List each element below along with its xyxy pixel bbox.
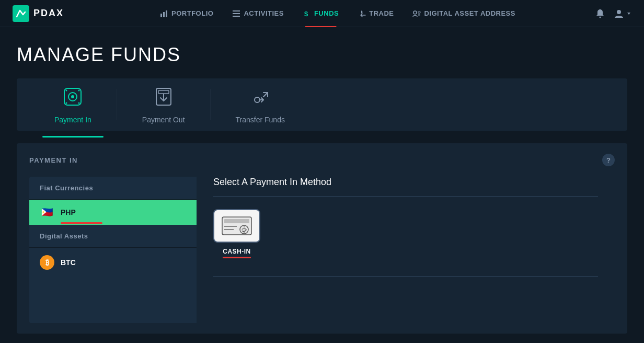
- svg-rect-0: [13, 5, 29, 22]
- tab-transfer-funds-label: Transfer Funds: [236, 116, 285, 124]
- notification-button[interactable]: [595, 8, 605, 19]
- payment-body: Fiat Currencies 🇵🇭 PHP Digital Assets ₿ …: [29, 177, 615, 323]
- dollar-icon: $: [303, 9, 311, 18]
- tab-payment-in[interactable]: Payment In: [29, 77, 117, 132]
- svg-rect-3: [166, 10, 167, 17]
- svg-point-18: [78, 90, 80, 92]
- currency-sidebar: Fiat Currencies 🇵🇭 PHP Digital Assets ₿ …: [29, 177, 197, 323]
- section-header: PAYMENT IN ?: [29, 154, 615, 166]
- user-menu[interactable]: [614, 8, 631, 19]
- tabs-container: Payment In Payment Out: [17, 78, 627, 131]
- transfer-icon: [249, 85, 272, 111]
- tab-payment-in-label: Payment In: [54, 116, 91, 124]
- svg-point-16: [71, 95, 74, 98]
- svg-text:$: $: [304, 10, 308, 18]
- payment-section: PAYMENT IN ? Fiat Currencies 🇵🇭 PHP Digi…: [17, 143, 627, 334]
- svg-rect-6: [233, 16, 240, 17]
- svg-rect-2: [163, 12, 165, 17]
- svg-point-17: [66, 90, 67, 92]
- svg-rect-9: [418, 12, 420, 13]
- tab-payment-out-label: Payment Out: [142, 116, 185, 124]
- nav-funds[interactable]: $ FUNDS: [294, 0, 347, 27]
- bottom-divider: [213, 276, 598, 277]
- svg-rect-26: [224, 219, 249, 223]
- currency-item-btc[interactable]: ₿ BTC: [29, 248, 197, 277]
- nav-activities[interactable]: ACTIVITIES: [224, 0, 292, 27]
- chart-icon: [160, 9, 168, 18]
- digital-assets-category: Digital Assets: [29, 225, 197, 248]
- payment-out-icon: [152, 85, 175, 111]
- nav-digital-asset-address[interactable]: DIGITAL ASSET ADDRESS: [404, 0, 523, 27]
- php-flag-icon: 🇵🇭: [40, 207, 54, 218]
- svg-point-19: [66, 102, 67, 104]
- fiat-currencies-category: Fiat Currencies: [29, 177, 197, 200]
- svg-point-8: [413, 11, 417, 14]
- help-button[interactable]: ?: [602, 154, 615, 166]
- svg-rect-4: [233, 10, 240, 12]
- cash-in-label: CASH-IN: [223, 248, 251, 255]
- svg-rect-5: [233, 13, 240, 14]
- brand-name: PDAX: [33, 8, 64, 19]
- btc-icon: ₿: [40, 255, 54, 270]
- list-icon: [232, 9, 240, 18]
- payment-methods-grid: CASH-IN: [213, 209, 598, 255]
- select-method-title: Select A Payment In Method: [213, 177, 598, 197]
- nav-right-controls: [595, 8, 631, 19]
- cash-in-icon-box: [213, 209, 260, 243]
- address-icon: [412, 9, 421, 18]
- user-icon: [614, 8, 624, 19]
- page-content: MANAGE FUNDS Payment In: [0, 27, 644, 334]
- currency-item-php[interactable]: 🇵🇭 PHP: [29, 200, 197, 225]
- brand-logo[interactable]: PDAX: [13, 5, 64, 22]
- page-title: MANAGE FUNDS: [17, 44, 627, 66]
- nav-portfolio[interactable]: PORTFOLIO: [152, 0, 222, 27]
- chevron-down-icon: [626, 11, 631, 16]
- svg-point-13: [617, 10, 621, 14]
- cash-in-icon: [221, 215, 252, 237]
- payment-main: Select A Payment In Method: [197, 177, 615, 323]
- section-title: PAYMENT IN: [29, 156, 78, 164]
- bell-icon: [595, 8, 605, 19]
- svg-rect-1: [160, 14, 162, 17]
- svg-point-20: [78, 102, 80, 104]
- navbar: PDAX PORTFOLIO ACTIVITIES $ FUNDS: [0, 0, 644, 27]
- svg-rect-22: [158, 90, 169, 94]
- payment-in-icon: [61, 85, 84, 111]
- tab-payment-out[interactable]: Payment Out: [117, 77, 210, 132]
- nav-links: PORTFOLIO ACTIVITIES $ FUNDS TRADE: [80, 0, 595, 27]
- cash-in-card[interactable]: CASH-IN: [213, 209, 260, 255]
- trade-icon: [358, 9, 366, 18]
- svg-point-12: [600, 16, 601, 18]
- nav-trade[interactable]: TRADE: [349, 0, 402, 27]
- tab-transfer-funds[interactable]: Transfer Funds: [211, 77, 310, 132]
